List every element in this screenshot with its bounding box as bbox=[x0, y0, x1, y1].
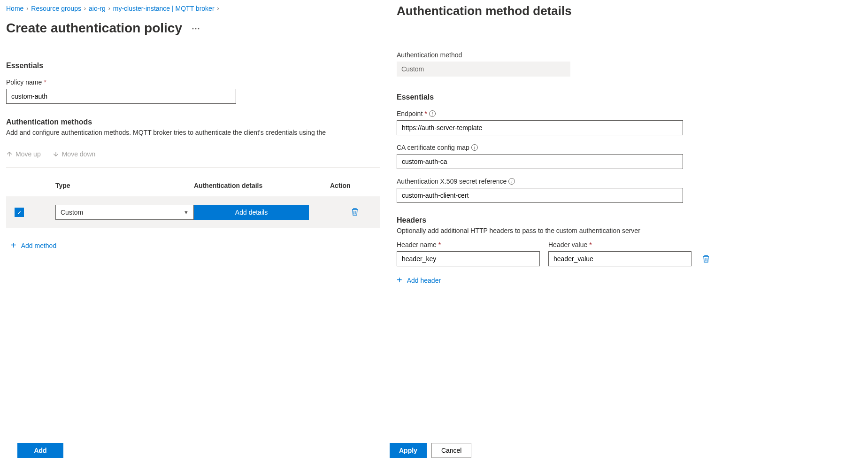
footer-left: Add bbox=[17, 443, 63, 458]
method-input bbox=[397, 62, 570, 77]
policy-name-input[interactable] bbox=[6, 89, 236, 104]
chevron-down-icon: ▼ bbox=[184, 209, 189, 215]
secret-label: Authentication X.509 secret reference i bbox=[397, 178, 854, 185]
methods-table-header: Type Authentication details Action bbox=[6, 168, 380, 196]
page-title-text: Create authentication policy bbox=[6, 21, 182, 36]
move-down-button[interactable]: Move down bbox=[53, 150, 96, 158]
chevron-right-icon: › bbox=[108, 5, 110, 12]
auth-methods-heading: Authentication methods bbox=[6, 118, 380, 126]
breadcrumb-rg[interactable]: aio-rg bbox=[89, 5, 106, 12]
move-up-button[interactable]: Move up bbox=[6, 150, 41, 158]
method-label: Authentication method bbox=[397, 51, 854, 59]
check-icon: ✓ bbox=[17, 209, 22, 216]
secret-label-text: Authentication X.509 secret reference bbox=[397, 178, 507, 185]
details-panel-title: Authentication method details bbox=[397, 4, 854, 18]
headers-description: Optionally add additional HTTP headers t… bbox=[397, 227, 854, 234]
header-value-label-text: Header value bbox=[548, 241, 587, 248]
move-up-label: Move up bbox=[15, 150, 41, 158]
header-value-label: Header value * bbox=[548, 241, 691, 248]
delete-icon[interactable] bbox=[351, 208, 359, 216]
policy-name-label: Policy name * bbox=[6, 78, 380, 86]
col-type-header: Type bbox=[39, 182, 194, 189]
add-header-button[interactable]: + Add header bbox=[397, 275, 854, 286]
reorder-toolbar: Move up Move down bbox=[6, 150, 380, 168]
endpoint-label-text: Endpoint bbox=[397, 110, 422, 117]
required-indicator: * bbox=[438, 241, 441, 248]
col-action-header: Action bbox=[330, 182, 368, 189]
add-button[interactable]: Add bbox=[17, 443, 63, 458]
header-value-input[interactable] bbox=[548, 251, 691, 266]
ca-input[interactable] bbox=[397, 154, 683, 169]
policy-name-label-text: Policy name bbox=[6, 78, 42, 86]
breadcrumb-cluster[interactable]: my-cluster-instance | MQTT broker bbox=[113, 5, 215, 12]
table-row: ✓ Custom ▼ Add details bbox=[6, 196, 380, 228]
more-actions-icon[interactable]: ⋯ bbox=[192, 23, 201, 33]
delete-header-icon[interactable] bbox=[702, 255, 710, 263]
breadcrumb: Home › Resource groups › aio-rg › my-clu… bbox=[6, 5, 380, 12]
breadcrumb-resource-groups[interactable]: Resource groups bbox=[31, 5, 81, 12]
ca-label: CA certificate config map i bbox=[397, 144, 854, 151]
auth-methods-description: Add and configure authentication methods… bbox=[6, 129, 380, 136]
info-icon[interactable]: i bbox=[471, 144, 478, 151]
plus-icon: + bbox=[11, 240, 16, 251]
footer-right: Apply Cancel bbox=[390, 443, 471, 458]
ca-label-text: CA certificate config map bbox=[397, 144, 469, 151]
cancel-button[interactable]: Cancel bbox=[431, 443, 472, 458]
header-name-input[interactable] bbox=[397, 251, 540, 266]
header-row: Header name * Header value * bbox=[397, 236, 854, 266]
headers-heading: Headers bbox=[397, 216, 854, 225]
auth-method-details-panel: Authentication method details Authentica… bbox=[380, 0, 868, 465]
essentials-heading: Essentials bbox=[6, 62, 380, 70]
required-indicator: * bbox=[424, 110, 427, 117]
row-checkbox[interactable]: ✓ bbox=[15, 208, 24, 217]
page-title: Create authentication policy ⋯ bbox=[6, 21, 380, 36]
endpoint-input[interactable] bbox=[397, 120, 683, 135]
add-header-label: Add header bbox=[407, 277, 441, 284]
arrow-down-icon bbox=[53, 151, 59, 157]
add-method-button[interactable]: + Add method bbox=[11, 240, 380, 251]
endpoint-label: Endpoint * i bbox=[397, 110, 854, 117]
chevron-right-icon: › bbox=[84, 5, 86, 12]
info-icon[interactable]: i bbox=[429, 110, 436, 117]
apply-button[interactable]: Apply bbox=[390, 443, 427, 458]
header-name-label: Header name * bbox=[397, 241, 540, 248]
secret-input[interactable] bbox=[397, 188, 683, 203]
add-details-button[interactable]: Add details bbox=[194, 205, 309, 220]
plus-icon: + bbox=[397, 275, 402, 286]
header-name-label-text: Header name bbox=[397, 241, 437, 248]
info-icon[interactable]: i bbox=[508, 178, 515, 185]
move-down-label: Move down bbox=[62, 150, 96, 158]
create-policy-panel: Home › Resource groups › aio-rg › my-clu… bbox=[0, 0, 380, 465]
add-method-label: Add method bbox=[21, 242, 57, 249]
details-essentials-heading: Essentials bbox=[397, 93, 854, 101]
chevron-right-icon: › bbox=[217, 5, 219, 12]
required-indicator: * bbox=[589, 241, 591, 248]
required-indicator: * bbox=[44, 78, 46, 86]
breadcrumb-home[interactable]: Home bbox=[6, 5, 23, 12]
col-auth-header: Authentication details bbox=[194, 182, 330, 189]
chevron-right-icon: › bbox=[26, 5, 28, 12]
arrow-up-icon bbox=[6, 151, 13, 157]
type-select-value: Custom bbox=[61, 209, 83, 216]
type-select[interactable]: Custom ▼ bbox=[55, 205, 194, 220]
